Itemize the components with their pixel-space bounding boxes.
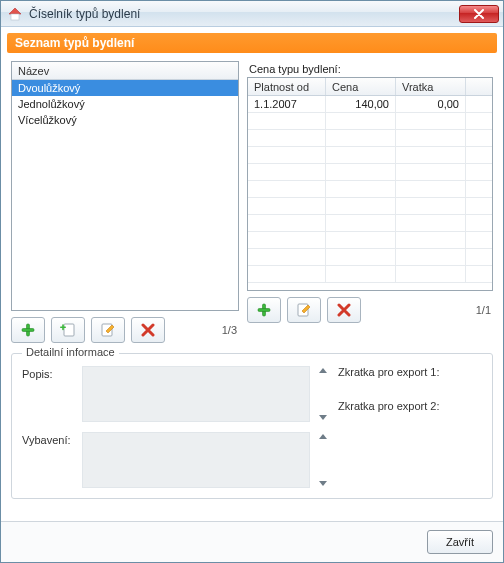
table-row [248,181,492,198]
list-item-label: Dvoulůžkový [18,82,80,94]
vybaveni-input[interactable] [82,432,310,488]
delete-icon [141,323,155,337]
popis-spinner [316,366,330,422]
chevron-down-icon[interactable] [319,481,327,486]
table-row [248,198,492,215]
table-row [248,249,492,266]
chevron-up-icon[interactable] [319,434,327,439]
cell-cena: 140,00 [326,96,396,112]
detail-row-popis: Popis: Zkratka pro export 1: Zkratka pro… [22,366,482,422]
close-icon [473,9,485,19]
detail-legend: Detailní informace [22,346,119,358]
footer: Zavřít [1,521,503,562]
table-row [248,215,492,232]
cell-spacer [466,96,492,112]
types-list-header: Název [12,62,238,80]
svg-rect-1 [11,14,19,20]
types-list-column-name: Název [18,65,49,77]
add-price-button[interactable] [247,297,281,323]
edit-price-button[interactable] [287,297,321,323]
vybaveni-label: Vybavení: [22,432,76,446]
table-row [248,130,492,147]
popis-label: Popis: [22,366,76,380]
svg-rect-4 [64,324,74,336]
list-item-label: Jednolůžkový [18,98,85,110]
content-area: Název Dvoulůžkový Jednolůžkový Vícelůžko… [1,57,503,521]
svg-rect-3 [22,329,34,332]
delete-icon [337,303,351,317]
table-row [248,147,492,164]
price-toolbar: 1/1 [247,297,493,323]
edit-icon [295,302,313,318]
edit-icon [99,322,117,338]
cell-vratka: 0,00 [396,96,466,112]
vybaveni-spinner [316,432,330,488]
types-list-body: Dvoulůžkový Jednolůžkový Vícelůžkový [12,80,238,128]
price-col-spacer [466,78,492,95]
plus-icon [20,322,36,338]
price-grid[interactable]: Platnost od Cena Vratka 1.1.2007 140,00 … [247,77,493,291]
price-grid-header: Platnost od Cena Vratka [248,78,492,96]
table-row [248,164,492,181]
price-col-cena: Cena [326,78,396,95]
types-listbox[interactable]: Název Dvoulůžkový Jednolůžkový Vícelůžko… [11,61,239,311]
price-col-vratka: Vratka [396,78,466,95]
detail-row-vybaveni: Vybavení: [22,432,482,488]
cell-platnost: 1.1.2007 [248,96,326,112]
price-grid-body: 1.1.2007 140,00 0,00 [248,96,492,290]
detail-group: Detailní informace Popis: Zkratka pro ex… [11,353,493,499]
price-label: Cena typu bydlení: [247,61,493,77]
new-type-page-button[interactable] [51,317,85,343]
window-close-button[interactable] [459,5,499,23]
abbr2-label: Zkratka pro export 2: [338,400,482,412]
list-item[interactable]: Dvoulůžkový [12,80,238,96]
types-toolbar: 1/3 [11,317,239,343]
detail-left-vybaveni: Vybavení: [22,432,330,488]
delete-price-button[interactable] [327,297,361,323]
upper-panels: Název Dvoulůžkový Jednolůžkový Vícelůžko… [11,61,493,343]
detail-left-popis: Popis: [22,366,330,422]
edit-type-button[interactable] [91,317,125,343]
app-icon [7,6,23,22]
list-item[interactable]: Vícelůžkový [12,112,238,128]
detail-right-empty [338,432,482,488]
types-list-column: Název Dvoulůžkový Jednolůžkový Vícelůžko… [11,61,239,343]
chevron-down-icon[interactable] [319,415,327,420]
svg-rect-6 [62,324,64,330]
titlebar: Číselník typů bydlení [1,1,503,27]
table-row [248,266,492,283]
price-col-platnost: Platnost od [248,78,326,95]
section-header-title: Seznam typů bydlení [15,36,134,50]
close-button-label: Zavřít [446,536,474,548]
price-column: Cena typu bydlení: Platnost od Cena Vrat… [247,61,493,343]
abbr1-label: Zkratka pro export 1: [338,366,482,378]
chevron-up-icon[interactable] [319,368,327,373]
types-pager: 1/3 [171,324,239,336]
close-button[interactable]: Zavřít [427,530,493,554]
table-row[interactable]: 1.1.2007 140,00 0,00 [248,96,492,113]
section-header: Seznam typů bydlení [7,33,497,53]
list-item[interactable]: Jednolůžkový [12,96,238,112]
detail-right-abbr: Zkratka pro export 1: Zkratka pro export… [338,366,482,422]
popis-input[interactable] [82,366,310,422]
svg-rect-9 [258,309,270,312]
new-page-icon [59,322,77,338]
delete-type-button[interactable] [131,317,165,343]
price-pager: 1/1 [367,304,493,316]
app-window: Číselník typů bydlení Seznam typů bydlen… [0,0,504,563]
table-row [248,232,492,249]
plus-icon [256,302,272,318]
table-row [248,113,492,130]
svg-marker-0 [9,8,21,14]
add-type-button[interactable] [11,317,45,343]
window-title: Číselník typů bydlení [29,7,453,21]
list-item-label: Vícelůžkový [18,114,77,126]
